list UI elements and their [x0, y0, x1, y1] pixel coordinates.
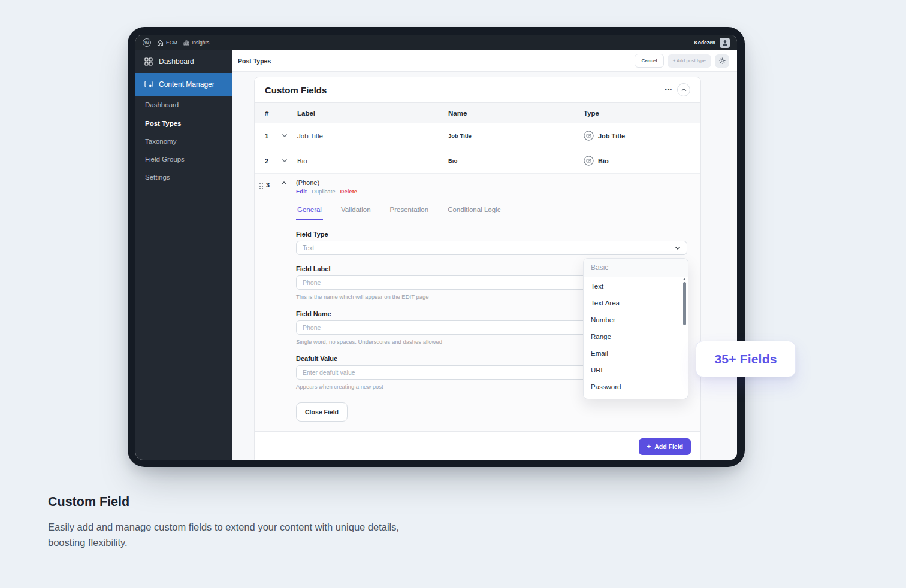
dropdown-option-url[interactable]: URL	[584, 362, 688, 378]
tab-general[interactable]: General	[296, 201, 323, 220]
dropdown-option-text[interactable]: Text	[584, 278, 688, 295]
col-type: Type	[584, 110, 700, 117]
user-name: Kodezen	[694, 40, 715, 46]
sidebar-content-manager-label: Content Manager	[159, 80, 215, 89]
expand-row-button[interactable]	[282, 134, 297, 138]
dropdown-scrollbar[interactable]	[682, 278, 687, 395]
tab-validation[interactable]: Validation	[340, 201, 372, 220]
duplicate-link[interactable]: Duplicate	[312, 188, 336, 195]
table-row[interactable]: 1 Job Title Job Title Job Title	[255, 123, 700, 148]
col-num: #	[265, 110, 282, 117]
custom-fields-panel: Custom Fields ••• #	[254, 77, 701, 460]
field-title: (Phone)	[296, 179, 687, 186]
chevron-down-icon	[675, 246, 681, 250]
row-number: 3	[266, 181, 270, 189]
panel-menu-button[interactable]: •••	[665, 87, 672, 93]
sidebar-item-dashboard[interactable]: Dashboard	[135, 96, 232, 114]
add-field-button[interactable]: + Add Field	[639, 438, 691, 455]
page-topbar: Post Types Cancel + Add post type	[232, 50, 737, 72]
site-name: ECM	[166, 40, 177, 46]
row-label: Job Title	[297, 132, 448, 140]
caption-title: Custom Field	[48, 495, 443, 510]
dropdown-option-text-area[interactable]: Text Area	[584, 295, 688, 311]
admin-bar-site[interactable]: ECM	[157, 40, 177, 46]
col-name: Name	[448, 110, 584, 117]
row-type: Bio	[584, 156, 700, 166]
add-post-type-button[interactable]: + Add post type	[668, 54, 711, 68]
sidebar: Dashboard Content Manager Dashboard Post…	[135, 50, 232, 460]
table-header: # Label Name Type	[255, 102, 700, 123]
drag-handle[interactable]	[259, 183, 264, 190]
sidebar-item-post-types[interactable]: Post Types	[135, 114, 232, 132]
caption-block: Custom Field Easily add and manage custo…	[48, 495, 443, 551]
tab-presentation[interactable]: Presentation	[389, 201, 430, 220]
sidebar-item-content-manager[interactable]: Content Manager	[135, 73, 232, 96]
tab-conditional-logic[interactable]: Conditional Logic	[446, 201, 502, 220]
dropdown-option-range[interactable]: Range	[584, 328, 688, 345]
dropdown-option-password[interactable]: Password	[584, 378, 688, 395]
home-icon	[157, 40, 164, 46]
chevron-up-icon	[281, 181, 287, 185]
gear-icon	[719, 57, 726, 64]
sidebar-item-dashboard-top[interactable]: Dashboard	[135, 50, 232, 73]
fields-count-text: 35+ Fields	[714, 352, 777, 366]
sidebar-dashboard-label: Dashboard	[159, 57, 194, 66]
avatar[interactable]	[720, 38, 730, 48]
sidebar-item-field-groups[interactable]: Field Groups	[135, 150, 232, 168]
grid-icon	[144, 57, 153, 66]
edit-link[interactable]: Edit	[296, 188, 307, 195]
row-label: Bio	[297, 157, 448, 165]
chevron-up-icon	[681, 88, 687, 92]
plus-icon: +	[647, 444, 651, 450]
chevron-down-icon	[282, 159, 288, 163]
dropdown-option-email[interactable]: Email	[584, 345, 688, 362]
content-manager-icon	[144, 80, 153, 89]
field-type-dropdown: Basic Text Text Area Number Range Email …	[583, 258, 688, 399]
wordpress-logo-icon[interactable]: W	[143, 38, 151, 47]
delete-link[interactable]: Delete	[340, 188, 358, 195]
wp-admin-bar: W ECM Insights Kodezen	[135, 35, 737, 50]
chevron-down-icon	[282, 134, 288, 138]
insights-label: Insights	[192, 40, 209, 46]
scrollbar-thumb[interactable]	[683, 282, 686, 325]
dropdown-option-number[interactable]: Number	[584, 311, 688, 328]
field-type-value: Text	[303, 244, 314, 251]
row-type: Job Title	[584, 131, 700, 141]
sidebar-item-taxonomy[interactable]: Taxonomy	[135, 132, 232, 150]
collapse-row-button[interactable]	[281, 181, 287, 185]
page-title: Post Types	[238, 57, 271, 65]
panel-collapse-button[interactable]	[677, 83, 690, 96]
field-type-label: Field Type	[296, 231, 687, 238]
cancel-button[interactable]: Cancel	[635, 54, 663, 68]
field-type-icon	[584, 131, 594, 141]
field-type-icon	[584, 156, 594, 166]
scroll-up-arrow[interactable]	[683, 278, 685, 280]
add-field-label: Add Field	[654, 443, 683, 450]
admin-bar-insights[interactable]: Insights	[183, 40, 209, 46]
field-tabs: General Validation Presentation Conditio…	[296, 201, 687, 220]
bar-chart-icon	[183, 40, 189, 46]
laptop-frame: W ECM Insights Kodezen	[128, 27, 745, 467]
row-number: 1	[265, 132, 282, 140]
dropdown-group-label: Basic	[584, 259, 688, 277]
row-number: 2	[265, 157, 282, 165]
caption-description: Easily add and manage custom fields to e…	[48, 520, 431, 551]
panel-title: Custom Fields	[265, 85, 327, 95]
expand-row-button[interactable]	[282, 159, 297, 163]
row-name: Bio	[448, 157, 584, 164]
table-row[interactable]: 2 Bio Bio Bio	[255, 148, 700, 174]
settings-gear-button[interactable]	[715, 54, 729, 68]
fields-count-badge: 35+ Fields	[696, 341, 796, 377]
close-field-button[interactable]: Close Field	[296, 402, 348, 422]
sidebar-item-settings[interactable]: Settings	[135, 168, 232, 186]
col-label: Label	[297, 110, 448, 117]
wordpress-logo: W	[143, 38, 151, 47]
app-screen: W ECM Insights Kodezen	[135, 35, 737, 460]
field-type-select[interactable]: Text	[296, 241, 687, 255]
row-name: Job Title	[448, 132, 584, 139]
